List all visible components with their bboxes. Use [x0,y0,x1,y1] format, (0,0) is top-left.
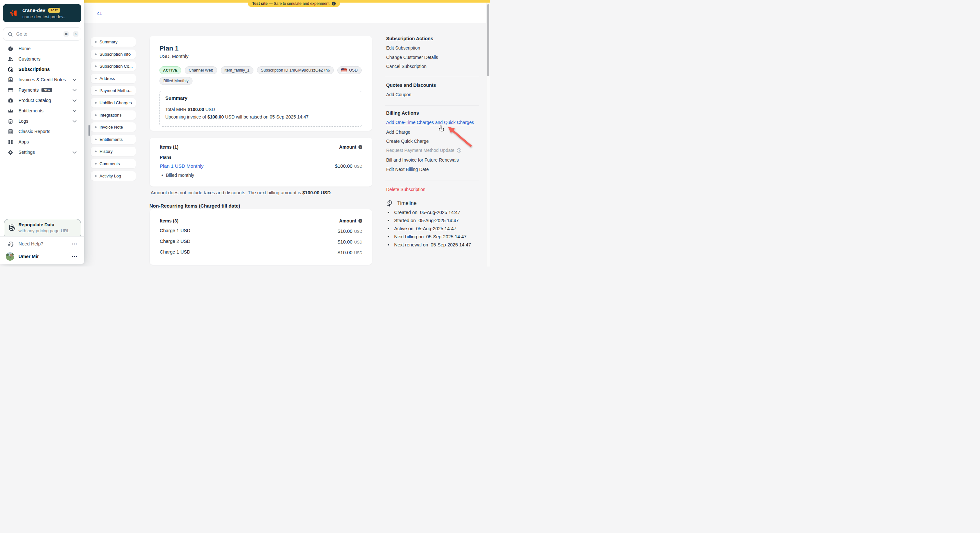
subnav-item-activity-log[interactable]: Activity Log [91,171,136,181]
bullet-dot [95,65,97,67]
amount-column-header: Amount i [339,218,362,224]
bullet-dot [95,151,97,152]
page-scrollbar-track[interactable] [486,3,490,266]
edit-subscription-action[interactable]: Edit Subscription [386,45,420,51]
chevron-down-icon [73,89,76,91]
repopulate-subtitle: with any pricing page URL [19,228,70,233]
charge-row-amount: $10.00USD [338,228,362,234]
cancel-subscription-action[interactable]: Cancel Subscription [386,64,427,69]
subnav-item-integrations[interactable]: Integrations [91,110,136,120]
timeline-heading: Timeline [386,200,417,206]
sidebar-item-entitlements[interactable]: Entitlements [0,106,84,116]
need-help-row[interactable]: ? Need Help? ••• [0,240,84,248]
currency-badge: USD [337,67,361,74]
add-charge-action[interactable]: Add Charge [386,130,410,135]
subnav-item-address[interactable]: Address [91,74,136,83]
user-more-icon[interactable]: ••• [72,255,78,259]
breadcrumb[interactable]: c1 [97,11,102,16]
crown-icon [8,108,13,114]
timeline-event: •Next renewal on05-Sep-2025 14:47 [388,242,471,247]
test-site-banner: Test site — Safe to simulate and experim… [248,0,340,7]
svg-text:?: ? [10,243,11,246]
sidebar-item-settings[interactable]: Settings [0,147,84,157]
sidebar-item-apps[interactable]: Apps [0,136,84,147]
help-more-icon[interactable]: ••• [72,242,78,246]
non-recurring-items-card: Items (3) Amount i Charge 1 USD $10.00US… [150,209,372,265]
add-one-time-charges-action[interactable]: Add One-Time Charges and Quick Charges [386,120,474,125]
items-card-title: Items (1) [160,144,178,150]
workspace-switcher[interactable]: crane-dev Test crane-dev-test.predev... [3,4,81,22]
chevron-down-icon [73,151,76,154]
amount-info-icon[interactable]: i [358,145,363,149]
edit-next-billing-date-action[interactable]: Edit Next Billing Date [386,167,429,172]
timeline-clock-icon [386,200,393,206]
subnav-item-payment-method[interactable]: Payment Metho... [91,86,136,95]
subnav-item-history[interactable]: History [91,147,136,156]
sidebar-item-subscriptions[interactable]: Subscriptions [0,64,84,75]
subnav-item-unbilled-charges[interactable]: Unbilled Charges [91,98,136,108]
request-payment-method-update-action: Request Payment Method Update i [386,148,461,153]
banner-info-icon[interactable]: i [332,2,336,5]
sidebar-item-home[interactable]: Home [0,43,84,54]
bullet-dot [95,102,97,104]
sidebar-item-customers[interactable]: Customers [0,54,84,64]
create-quick-charge-action[interactable]: Create Quick Charge [386,139,429,144]
channel-badge: Channel Web [185,67,217,74]
sidebar-item-payments[interactable]: Payments New [0,85,84,95]
subscription-id-badge: Subscription ID 1mGM9uoUszOeZ7n6 [257,67,334,74]
go-to-search[interactable]: Go to ⌘ K [3,27,81,40]
clipboard-icon [8,119,13,124]
subnav-item-comments[interactable]: Comments [91,159,136,168]
bullet-dot [95,114,97,116]
request-payment-info-icon[interactable]: i [457,148,461,152]
sidebar-nav: Home Customers Subscriptions [0,43,84,157]
search-icon [8,32,13,37]
sidebar-item-product-catalog[interactable]: Product Catalog [0,95,84,106]
subnav-scrollbar-thumb[interactable] [89,125,90,136]
billing-frequency-badge: Billed Monthly [159,77,192,85]
bullet-dot [95,163,97,165]
plan-summary-box: Summary Total MRR $100.00 USD Upcoming i… [159,91,362,127]
sidebar-item-logs[interactable]: Logs [0,116,84,126]
add-coupon-action[interactable]: Add Coupon [386,92,412,97]
sidebar-item-invoices[interactable]: $ Invoices & Credit Notes [0,75,84,85]
plan-badges-row2: Billed Monthly [159,77,192,85]
invoice-icon: $ [8,77,13,82]
subscriptions-icon [8,67,13,72]
change-customer-details-action[interactable]: Change Customer Details [386,55,438,60]
chevron-down-icon [73,110,76,112]
items-card: Items (1) Amount i Plans Plan 1 USD Mont… [150,138,372,187]
chevron-down-icon [73,99,76,102]
delete-subscription-action[interactable]: Delete Subscription [386,187,425,192]
plan-subtitle: USD, Monthly [159,54,188,59]
plans-group-label: Plans [160,155,172,160]
workspace-name: crane-dev Test [22,8,60,13]
plan-card: Plan 1 USD, Monthly ACTIVE Channel Web i… [150,36,372,131]
amount-info-icon[interactable]: i [358,219,363,223]
upcoming-invoice-line: Upcoming invoice of $100.00 USD will be … [165,114,309,119]
charge-row-amount: $10.00USD [338,239,362,244]
subnav-item-subscription-co[interactable]: Subscription Co... [91,62,136,71]
bullet-dot [95,78,97,79]
charge-row-amount: $10.00USD [338,250,362,255]
workspace-domain: crane-dev-test.predev... [22,14,67,19]
subnav-item-summary[interactable]: Summary [91,37,136,47]
gauge-icon [8,46,13,51]
user-row[interactable]: Umer Mir ••• [0,252,84,261]
timeline-event: •Next billing on05-Sep-2025 14:47 [388,234,467,239]
search-placeholder: Go to [16,32,59,36]
workspace-test-badge: Test [48,8,60,13]
subnav-item-invoice-note[interactable]: Invoice Note [91,122,136,132]
database-refresh-icon [8,224,16,232]
timeline-event: •Started on05-Aug-2025 14:47 [388,217,458,223]
page-scrollbar-thumb[interactable] [487,4,489,76]
sidebar-item-classic-reports[interactable]: Classic Reports [0,126,84,136]
card-icon [8,87,13,93]
subnav-item-entitlements[interactable]: Entitlements [91,135,136,144]
bill-invoice-future-renewals-action[interactable]: Bill and Invoice for Future Renewals [386,157,459,163]
catalog-icon [8,98,13,103]
subnav-item-subscription-info[interactable]: Subscription info [91,49,136,59]
plan-item-link[interactable]: Plan 1 USD Monthly [160,163,204,169]
bullet-dot [95,54,97,55]
timeline-event: •Active on05-Aug-2025 14:47 [388,226,456,231]
